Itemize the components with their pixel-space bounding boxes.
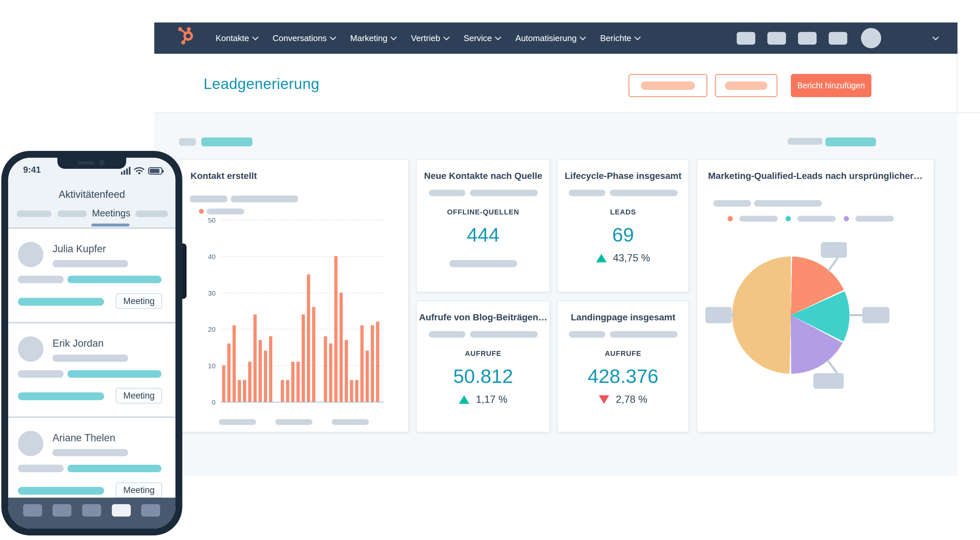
bar xyxy=(222,365,225,402)
card-new-contacts: Neue Kontakte nach Quelle OFFLINE-QUELLE… xyxy=(416,159,550,292)
card-subtitle-placeholder xyxy=(231,195,298,202)
card-mql-pie: Marketing-Qualified-Leads nach ursprüngl… xyxy=(697,159,934,432)
camera-icon xyxy=(99,160,105,165)
nav-toolbar-placeholder-1[interactable] xyxy=(737,32,755,44)
gridline xyxy=(221,220,384,220)
card-contact-created: Kontakt erstellt 50403020100 xyxy=(179,159,409,432)
speaker-icon xyxy=(78,161,95,165)
nav-item-kontakte[interactable]: Kontakte xyxy=(216,33,258,43)
y-axis-tick-label: 10 xyxy=(180,362,216,370)
nav-item-marketing[interactable]: Marketing xyxy=(350,33,396,43)
filter-placeholder xyxy=(429,331,465,338)
phone-screen: 9:41 Aktivitä xyxy=(8,158,175,529)
dashboard-selector-placeholder[interactable] xyxy=(201,138,253,146)
legend-label-placeholder xyxy=(739,216,778,222)
nav-toolbar-placeholder-4[interactable] xyxy=(829,32,847,44)
filter-placeholder xyxy=(470,190,538,196)
detail-highlight-placeholder xyxy=(18,298,104,306)
hubspot-logo-icon[interactable] xyxy=(177,26,200,50)
bar-group xyxy=(281,275,315,402)
bar xyxy=(339,293,343,402)
card-lifecycle: Lifecycle-Phase insgesamt LEADS 69 43,75… xyxy=(557,159,689,292)
card-landing-pages: Landingpage insgesamt AUFRUFE 428.376 2,… xyxy=(557,300,689,432)
bar xyxy=(345,340,348,402)
meeting-tag-button[interactable]: Meeting xyxy=(116,482,162,498)
bottom-nav-item-5[interactable] xyxy=(141,504,160,516)
card-title: Kontakt erstellt xyxy=(191,171,257,181)
metric-label: AUFRUFE xyxy=(417,349,549,358)
avatar xyxy=(18,431,43,456)
chevron-down-icon xyxy=(443,34,450,40)
card-title: Marketing-Qualified-Leads nach ursprüngl… xyxy=(708,171,923,181)
card-subtitle-placeholder xyxy=(190,195,227,202)
date-selector-placeholder[interactable] xyxy=(826,138,876,146)
bar xyxy=(264,351,267,402)
contact-name: Julia Kupfer xyxy=(52,243,106,255)
card-title: Neue Kontakte nach Quelle xyxy=(417,171,549,181)
nav-item-label: Berichte xyxy=(600,33,631,43)
bar xyxy=(334,256,337,402)
footnote-placeholder xyxy=(449,260,517,267)
detail-highlight-placeholder xyxy=(67,465,161,472)
nav-item-berichte[interactable]: Berichte xyxy=(600,33,640,43)
bottom-nav-item-4-active[interactable] xyxy=(112,504,131,516)
chevron-down-icon xyxy=(252,34,259,40)
feed-card-2: Erik JordanMeeting xyxy=(8,323,175,416)
metric-label: LEADS xyxy=(558,208,689,216)
detail-highlight-placeholder xyxy=(67,370,161,378)
nav-toolbar-placeholder-3[interactable] xyxy=(798,32,817,44)
dashboard-filter-button-1[interactable] xyxy=(628,74,707,97)
bar xyxy=(312,307,315,402)
page-title: Leadgenerierung xyxy=(204,75,319,92)
phone-mockup: 9:41 Aktivitä xyxy=(1,151,182,535)
nav-item-conversations[interactable]: Conversations xyxy=(273,33,335,43)
filter-placeholder xyxy=(569,331,605,338)
chevron-down-icon xyxy=(495,34,501,40)
tab-bar: Meetings xyxy=(8,210,175,223)
dashboard-content: Kontakt erstellt 50403020100 Neue Kontak… xyxy=(154,113,958,476)
nav-item-automatisierung[interactable]: Automatisierung xyxy=(515,33,585,43)
bottom-nav-item-3[interactable] xyxy=(82,504,101,516)
meeting-tag-button[interactable]: Meeting xyxy=(116,293,162,309)
delta-value: 43,75 % xyxy=(613,252,650,264)
filter-placeholder xyxy=(429,190,465,196)
filter-placeholder xyxy=(610,331,678,338)
nav-toolbar-placeholder-2[interactable] xyxy=(767,32,786,44)
bar xyxy=(371,325,374,402)
avatar[interactable] xyxy=(861,28,881,48)
legend-label-placeholder xyxy=(797,216,836,222)
add-report-button[interactable]: Bericht hinzufügen xyxy=(791,74,872,97)
account-chevron-down-icon[interactable] xyxy=(932,34,939,40)
bar xyxy=(259,340,262,402)
feed-card-3: Ariane ThelenMeeting xyxy=(8,418,175,511)
tab-placeholder-1[interactable] xyxy=(17,211,51,217)
chevron-down-icon xyxy=(634,34,641,40)
bar xyxy=(296,362,300,402)
meeting-tag-button[interactable]: Meeting xyxy=(116,388,162,403)
bottom-nav-item-1[interactable] xyxy=(23,504,42,516)
tab-placeholder-3[interactable] xyxy=(135,211,168,217)
top-navbar: KontakteConversationsMarketingVertriebSe… xyxy=(154,22,958,54)
detail-placeholder xyxy=(18,276,64,283)
filter-placeholder xyxy=(569,190,605,196)
bottom-nav-item-2[interactable] xyxy=(52,504,72,516)
detail-placeholder xyxy=(18,465,64,472)
phone-notch xyxy=(57,158,126,169)
metric-label: OFFLINE-QUELLEN xyxy=(417,208,549,216)
chevron-down-icon xyxy=(579,34,586,40)
nav-item-vertrieb[interactable]: Vertrieb xyxy=(411,33,449,43)
nav-item-service[interactable]: Service xyxy=(464,33,501,43)
bar-group xyxy=(222,314,272,402)
bar xyxy=(307,275,310,402)
x-axis-label-placeholder xyxy=(275,419,312,425)
detail-placeholder xyxy=(18,370,64,378)
dashboard-filter-button-2[interactable] xyxy=(715,74,778,97)
delta-triangle-icon xyxy=(596,254,606,262)
button-label-placeholder xyxy=(725,81,767,90)
card-title: Landingpage insgesamt xyxy=(558,312,689,322)
tab-meetings[interactable]: Meetings xyxy=(92,208,130,219)
date-filter-placeholder xyxy=(788,138,822,145)
metric-value: 69 xyxy=(558,224,689,246)
bar-series xyxy=(222,256,379,402)
tab-placeholder-2[interactable] xyxy=(57,211,87,217)
